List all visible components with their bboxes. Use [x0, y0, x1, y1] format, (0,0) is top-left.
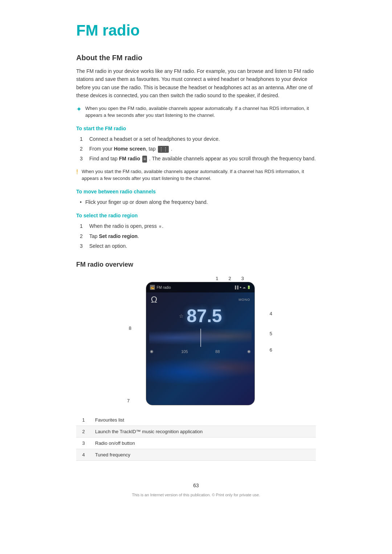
- page-number: 63: [76, 483, 316, 488]
- headphone-icon: Ω: [151, 295, 157, 305]
- band-area: [149, 329, 252, 347]
- start-section: To start the FM radio 1 Connect a headse…: [76, 126, 316, 182]
- callout-num-1: 1: [216, 276, 218, 281]
- callout-num-8: 8: [129, 325, 131, 331]
- about-section: About the FM radio The FM radio in your …: [76, 54, 316, 119]
- legend-row-1: 1 Favourites list: [76, 414, 316, 426]
- page-title: FM radio: [76, 22, 316, 39]
- move-section: To move between radio channels • Flick y…: [76, 189, 316, 206]
- phone-freq-left: 105: [181, 349, 188, 354]
- phone-status-icons: ▐▐●☁🔋: [234, 286, 251, 289]
- callout-num-2: 2: [229, 276, 231, 281]
- start-heading: To start the FM radio: [76, 126, 316, 131]
- select-region-heading: To select the radio region: [76, 213, 316, 218]
- move-bullet-list: • Flick your finger up or down along the…: [76, 198, 316, 206]
- move-heading: To move between radio channels: [76, 189, 316, 194]
- bullet-icon: •: [80, 198, 82, 206]
- legend-row-3: 3 Radio on/off button: [76, 438, 316, 449]
- legend-table: 1 Favourites list 2 Launch the TrackID™ …: [76, 414, 316, 461]
- legend-desc-2: Launch the TrackID™ music recognition ap…: [91, 426, 316, 438]
- about-heading: About the FM radio: [76, 54, 316, 62]
- move-bullet-1: • Flick your finger up or down along the…: [80, 198, 316, 206]
- callout-num-5: 5: [270, 331, 272, 336]
- star-icon: ☆: [179, 313, 184, 319]
- page-footer: 63 This is an Internet version of this p…: [76, 475, 316, 497]
- region-step-2: 2 Tap Set radio region.: [80, 232, 316, 240]
- legend-desc-3: Radio on/off button: [91, 438, 316, 449]
- step-num-1: 1: [80, 135, 85, 143]
- phone-mockup: 📻 FM radio ▐▐●☁🔋 Ω MONO: [146, 282, 255, 405]
- region-step-1: 1 When the radio is open, press ≡.: [80, 222, 316, 230]
- diagram-area: 1 2 3 8 📻: [76, 276, 316, 403]
- region-step-3: 3 Select an option.: [80, 242, 316, 250]
- legend-num-2: 2: [76, 426, 91, 438]
- legend-desc-4: Tuned frequency: [91, 449, 316, 461]
- start-step-3: 3 Find and tap FM radio ≡ . The availabl…: [80, 155, 316, 163]
- region-step-text-1: When the radio is open, press ≡.: [89, 222, 163, 230]
- step-text-2: From your Home screen, tap ⋮⋮ .: [89, 145, 172, 153]
- warning-icon: !: [76, 168, 78, 176]
- phone-bottom-row: ◉ 105 88 ◉: [146, 348, 254, 354]
- region-step-text-3: Select an option.: [89, 242, 127, 250]
- about-note: ✦ When you open the FM radio, available …: [76, 105, 316, 119]
- apps-icon: ⋮⋮: [158, 146, 169, 153]
- fmradio-icon: ≡: [142, 156, 147, 163]
- start-step-1: 1 Connect a headset or a set of headphon…: [80, 135, 316, 143]
- region-steps-list: 1 When the radio is open, press ≡. 2 Tap…: [76, 222, 316, 250]
- diagram-container: 1 2 3 8 📻: [120, 276, 272, 403]
- legend-row-4: 4 Tuned frequency: [76, 449, 316, 461]
- info-icon: ✦: [76, 105, 82, 113]
- callout-num-4: 4: [270, 311, 272, 316]
- region-step-num-1: 1: [80, 222, 85, 230]
- region-step-text-2: Tap Set radio region.: [89, 232, 139, 240]
- start-warning: ! When you start the FM radio, available…: [76, 168, 316, 182]
- mono-label: MONO: [238, 298, 250, 301]
- region-step-num-2: 2: [80, 232, 85, 240]
- start-steps-list: 1 Connect a headset or a set of headphon…: [76, 135, 316, 163]
- step-text-3: Find and tap FM radio ≡ . The available …: [89, 155, 316, 163]
- step-num-2: 2: [80, 145, 85, 153]
- overview-heading: FM radio overview: [76, 261, 316, 268]
- step-num-3: 3: [80, 155, 85, 163]
- about-body: The FM radio in your device works like a…: [76, 67, 316, 100]
- legend-num-1: 1: [76, 414, 91, 426]
- phone-freq-right: 88: [215, 349, 220, 354]
- start-step-2: 2 From your Home screen, tap ⋮⋮ .: [80, 145, 316, 153]
- phone-status-bar: 📻 FM radio ▐▐●☁🔋: [146, 282, 254, 292]
- frequency-display: 87.5: [187, 305, 222, 327]
- legend-desc-1: Favourites list: [91, 414, 316, 426]
- legend-num-3: 3: [76, 438, 91, 449]
- about-note-text: When you open the FM radio, available ch…: [85, 105, 316, 119]
- callout-num-3: 3: [241, 276, 244, 281]
- phone-tune-right: ◉: [247, 349, 251, 354]
- legend-row-2: 2 Launch the TrackID™ music recognition …: [76, 426, 316, 438]
- start-warning-text: When you start the FM radio, available c…: [82, 168, 316, 182]
- fm-overview-section: FM radio overview 1 2 3 8: [76, 261, 316, 461]
- phone-tune-left: ◉: [150, 349, 154, 354]
- legend-num-4: 4: [76, 449, 91, 461]
- move-bullet-text: Flick your finger up or down along the f…: [85, 198, 208, 206]
- step-text-1: Connect a headset or a set of headphones…: [89, 135, 220, 143]
- callout-num-6: 6: [270, 347, 272, 353]
- select-region-section: To select the radio region 1 When the ra…: [76, 213, 316, 250]
- region-step-num-3: 3: [80, 242, 85, 250]
- phone-app-label: 📻 FM radio: [150, 285, 171, 290]
- footer-note: This is an Internet version of this publ…: [76, 493, 316, 497]
- menu-icon: ≡: [159, 223, 161, 230]
